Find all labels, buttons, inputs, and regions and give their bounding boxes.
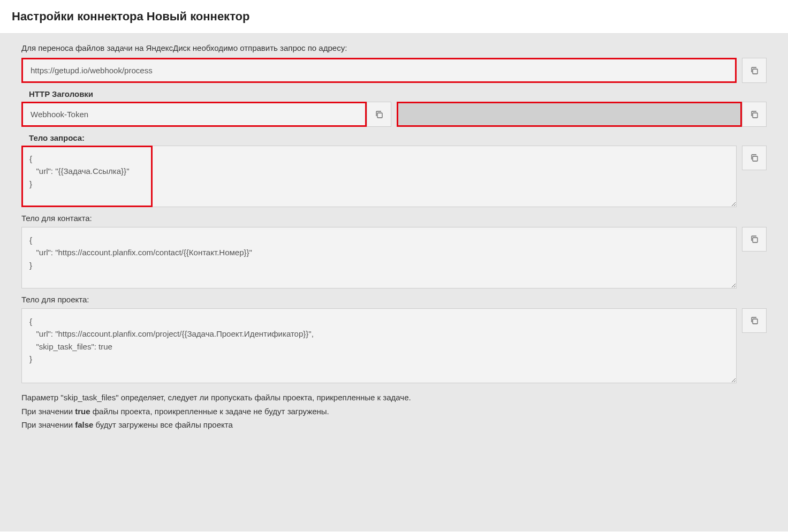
svg-rect-3 — [753, 156, 757, 161]
copy-header-value-button[interactable] — [742, 102, 767, 127]
footer-line-2: При значении true файлы проекта, проикре… — [21, 405, 767, 419]
copy-icon — [750, 235, 759, 244]
project-label: Тело для проекта: — [21, 291, 767, 308]
content-area: Для переноса файлов задачи на ЯндексДиск… — [0, 34, 788, 531]
intro-text: Для переноса файлов задачи на ЯндексДиск… — [21, 41, 767, 58]
svg-rect-1 — [377, 113, 382, 118]
copy-url-button[interactable] — [742, 58, 767, 83]
header-value-block — [397, 102, 767, 127]
body-contact-textarea[interactable] — [21, 227, 737, 288]
copy-body-contact-button[interactable] — [742, 227, 767, 252]
url-input[interactable] — [21, 58, 737, 83]
copy-icon — [375, 110, 383, 119]
url-row — [21, 58, 767, 83]
body-contact-row — [21, 227, 767, 288]
page-header: Настройки коннектора Новый коннектор — [0, 0, 788, 34]
svg-rect-5 — [753, 319, 757, 324]
copy-body-task-button[interactable] — [742, 146, 767, 170]
body-project-textarea[interactable] — [21, 308, 737, 383]
copy-icon — [750, 154, 759, 162]
http-headers-label: HTTP Заголовки — [21, 85, 767, 102]
copy-icon — [750, 110, 759, 119]
body-task-row — [21, 146, 767, 207]
svg-rect-0 — [753, 69, 757, 74]
header-key-input[interactable] — [21, 102, 367, 127]
copy-icon — [750, 66, 759, 75]
headers-row — [21, 102, 767, 127]
copy-icon — [750, 316, 759, 325]
header-key-block — [21, 102, 391, 127]
header-value-input[interactable] — [397, 102, 742, 127]
copy-body-project-button[interactable] — [742, 308, 767, 333]
body-task-textarea[interactable] — [21, 146, 737, 207]
copy-header-key-button[interactable] — [367, 102, 391, 127]
contact-label: Тело для контакта: — [21, 209, 767, 227]
body-project-row — [21, 308, 767, 383]
svg-rect-4 — [753, 238, 757, 242]
body-label: Тело запроса: — [21, 129, 767, 146]
svg-rect-2 — [753, 113, 757, 118]
footer-line-1: Параметр "skip_task_files" определяет, с… — [21, 391, 767, 405]
footer-line-3: При значении false будут загружены все ф… — [21, 418, 767, 432]
page-title: Настройки коннектора Новый коннектор — [12, 10, 776, 24]
footer-text: Параметр "skip_task_files" определяет, с… — [21, 385, 767, 432]
